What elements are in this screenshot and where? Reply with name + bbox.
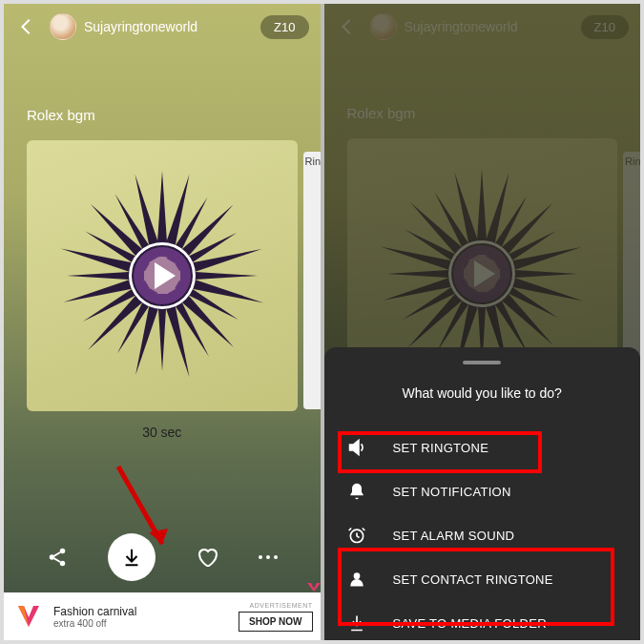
alarm-icon — [345, 524, 368, 547]
ad-subtitle: extra 400 off — [53, 618, 239, 629]
dots-icon — [259, 555, 278, 559]
ad-text: Fashion carnival extra 400 off — [53, 605, 239, 629]
download-icon — [345, 612, 368, 634]
more-button[interactable] — [259, 555, 278, 559]
album-art-wrap — [4, 140, 321, 411]
favorite-button[interactable] — [196, 546, 218, 569]
ad-title: Fashion carnival — [53, 605, 239, 618]
option-label: SET RINGTONE — [393, 441, 489, 455]
option-label: SAVE TO MEDIA FOLDER — [393, 616, 547, 631]
back-button[interactable] — [15, 15, 38, 38]
badge[interactable]: Z10 — [260, 15, 308, 39]
play-button[interactable] — [129, 242, 196, 309]
option-set-notification[interactable]: SET NOTIFICATION — [336, 469, 630, 513]
ad-shop-button[interactable]: SHOP NOW — [239, 612, 312, 632]
bottom-sheet: What would you like to do? SET RINGTONE … — [324, 347, 641, 640]
person-icon — [345, 568, 368, 591]
screenshot-left: Sujayringtoneworld Z10 Rolex bgm Rin 30 … — [4, 4, 321, 640]
sheet-title: What would you like to do? — [336, 385, 630, 401]
annotation-arrow — [109, 462, 185, 557]
option-label: SET ALARM SOUND — [393, 529, 515, 543]
screenshot-right: Sujayringtoneworld Z10 Rolex bgm Rin Wha… — [324, 4, 641, 640]
sheet-handle[interactable] — [463, 361, 501, 364]
svg-point-3 — [60, 561, 66, 567]
svg-point-6 — [353, 572, 360, 579]
ad-corner-logo — [305, 581, 321, 592]
bell-icon — [345, 480, 368, 503]
speaker-icon — [345, 436, 368, 459]
ad-tag: ADVERTISEMENT — [250, 602, 313, 609]
share-button[interactable] — [47, 547, 68, 568]
option-set-contact-ringtone[interactable]: SET CONTACT RINGTONE — [336, 557, 630, 601]
option-label: SET NOTIFICATION — [393, 485, 511, 499]
song-title: Rolex bgm — [4, 107, 321, 123]
ad-banner[interactable]: Fashion carnival extra 400 off ADVERTISE… — [4, 592, 321, 640]
option-save-to-media[interactable]: SAVE TO MEDIA FOLDER — [336, 601, 630, 640]
header: Sujayringtoneworld Z10 — [4, 4, 321, 50]
duration: 30 sec — [4, 425, 321, 440]
album-art[interactable] — [27, 140, 298, 411]
ad-logo — [11, 599, 46, 634]
option-set-ringtone[interactable]: SET RINGTONE — [336, 426, 630, 469]
play-icon — [155, 262, 176, 289]
svg-point-1 — [60, 549, 66, 554]
avatar[interactable] — [50, 13, 76, 40]
option-label: SET CONTACT RINGTONE — [393, 572, 553, 587]
option-set-alarm[interactable]: SET ALARM SOUND — [336, 513, 630, 557]
svg-point-2 — [50, 554, 55, 560]
username[interactable]: Sujayringtoneworld — [84, 19, 260, 34]
